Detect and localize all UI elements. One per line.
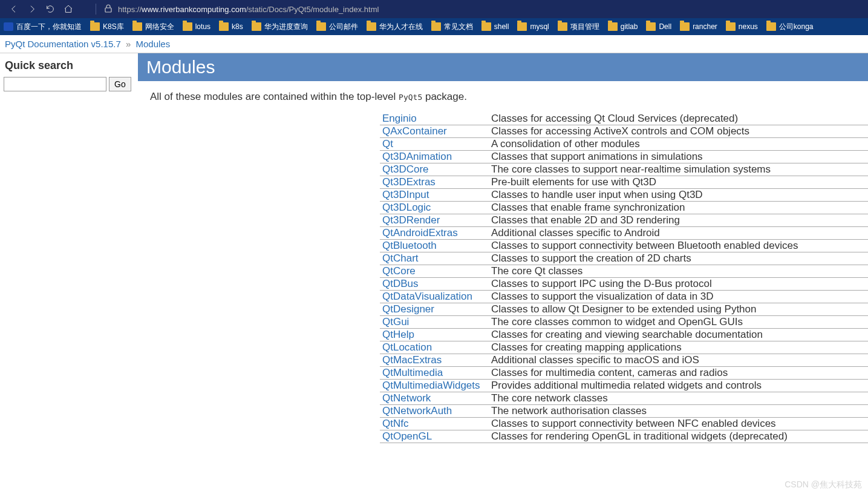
folder-icon <box>252 22 261 31</box>
divider <box>96 4 96 15</box>
module-link[interactable]: QtCore <box>382 265 416 277</box>
bookmark-item[interactable]: 网络安全 <box>132 22 174 32</box>
module-link[interactable]: QtMultimediaWidgets <box>382 380 480 391</box>
module-description: Classes to support the visualization of … <box>489 291 868 303</box>
bookmark-item[interactable]: nexus <box>726 22 758 31</box>
module-link[interactable]: Enginio <box>382 113 417 124</box>
refresh-button[interactable] <box>41 0 59 18</box>
folder-icon <box>90 22 100 31</box>
bookmark-item[interactable]: 华为人才在线 <box>367 22 423 32</box>
bookmark-label: nexus <box>739 22 758 31</box>
module-link[interactable]: Qt3DInput <box>382 189 429 200</box>
module-description: Classes for rendering OpenGL in traditio… <box>489 430 868 443</box>
module-link[interactable]: Qt3DAnimation <box>382 151 452 162</box>
table-row: QtDBusClasses to support IPC using the D… <box>380 278 868 291</box>
table-row: QtOpenGLClasses for rendering OpenGL in … <box>380 430 868 443</box>
module-description: Additional classes specific to Android <box>489 227 868 240</box>
table-row: QtLocationClasses for creating mapping a… <box>380 341 868 354</box>
table-row: QAxContainerClasses for accessing Active… <box>380 125 868 138</box>
module-link[interactable]: QtBluetooth <box>382 240 437 251</box>
module-link[interactable]: Qt <box>382 138 393 150</box>
module-link[interactable]: QtNfc <box>382 418 408 429</box>
bookmark-label: gitlab <box>621 22 638 31</box>
bookmark-label: K8S库 <box>103 22 124 32</box>
table-row: QtMultimediaWidgetsProvides additional m… <box>380 380 868 392</box>
module-description: Classes for accessing Qt Cloud Services … <box>489 113 868 125</box>
bookmark-label: lotus <box>195 22 210 31</box>
module-link[interactable]: QAxContainer <box>382 125 447 137</box>
bookmark-item[interactable]: 百度一下，你就知道 <box>4 22 82 32</box>
module-description: Classes for creating and viewing searcha… <box>489 329 868 341</box>
table-row: QtHelpClasses for creating and viewing s… <box>380 329 868 341</box>
module-link[interactable]: Qt3DLogic <box>382 202 431 213</box>
bookmark-item[interactable]: 项目管理 <box>558 22 599 32</box>
folder-icon <box>766 22 776 31</box>
bookmark-item[interactable]: gitlab <box>608 22 638 31</box>
folder-icon <box>316 22 326 31</box>
module-link[interactable]: QtAndroidExtras <box>382 227 458 239</box>
breadcrumb-root[interactable]: PyQt Documentation v5.15.7 <box>5 39 121 49</box>
module-link[interactable]: QtOpenGL <box>382 430 432 442</box>
breadcrumb-current[interactable]: Modules <box>135 39 170 49</box>
module-link[interactable]: QtGui <box>382 316 409 328</box>
module-link[interactable]: QtChart <box>382 252 419 264</box>
back-button[interactable] <box>5 0 23 18</box>
bookmark-label: 常见文档 <box>444 22 473 32</box>
bookmark-item[interactable]: 常见文档 <box>431 22 473 32</box>
module-link[interactable]: QtHelp <box>382 329 414 340</box>
bookmark-label: mysql <box>530 22 549 31</box>
sidebar: Quick search Go <box>0 53 138 443</box>
bookmark-item[interactable]: K8S库 <box>90 22 124 32</box>
module-description: The core classes to support near-realtim… <box>489 163 868 176</box>
forward-button[interactable] <box>23 0 41 18</box>
module-description: The core network classes <box>489 392 868 405</box>
module-description: Pre-built elements for use with Qt3D <box>489 176 868 189</box>
module-link[interactable]: QtNetwork <box>382 392 431 404</box>
folder-icon <box>608 22 618 31</box>
lock-icon <box>105 4 112 15</box>
quick-search-title: Quick search <box>2 53 135 77</box>
module-link[interactable]: QtDesigner <box>382 303 434 315</box>
home-button[interactable] <box>59 0 77 18</box>
module-link[interactable]: QtMacExtras <box>382 354 442 366</box>
table-row: QtNetworkAuthThe network authorisation c… <box>380 405 868 418</box>
bookmark-item[interactable]: 公司konga <box>766 22 814 32</box>
bookmark-item[interactable]: 华为进度查询 <box>252 22 308 32</box>
module-description: Classes that support animations in simul… <box>489 151 868 163</box>
folder-icon <box>646 22 656 31</box>
bookmark-item[interactable]: 公司邮件 <box>316 22 358 32</box>
bookmark-item[interactable]: shell <box>481 22 509 31</box>
module-description: Classes for multimedia content, cameras … <box>489 367 868 380</box>
bookmark-label: k8s <box>232 22 243 31</box>
bookmark-item[interactable]: k8s <box>219 22 243 31</box>
bookmark-label: 项目管理 <box>570 22 599 32</box>
module-link[interactable]: QtNetworkAuth <box>382 405 452 417</box>
table-row: Qt3DInputClasses to handle user input wh… <box>380 189 868 202</box>
bookmark-item[interactable]: rancher <box>680 22 717 31</box>
module-link[interactable]: QtDBus <box>382 278 419 289</box>
baidu-icon <box>4 22 13 31</box>
module-description: Provides additional multimedia related w… <box>489 380 868 392</box>
go-button[interactable]: Go <box>109 77 131 91</box>
bookmark-label: rancher <box>693 22 717 31</box>
bookmark-item[interactable]: Dell <box>646 22 671 31</box>
bookmark-label: 公司邮件 <box>329 22 358 32</box>
bookmark-label: 华为人才在线 <box>379 22 423 32</box>
module-link[interactable]: QtMultimedia <box>382 367 443 378</box>
module-link[interactable]: Qt3DCore <box>382 163 429 175</box>
module-description: Classes to support the creation of 2D ch… <box>489 252 868 265</box>
page-title: Modules <box>138 53 868 81</box>
url-bar[interactable]: https://www.riverbankcomputing.com/stati… <box>90 2 863 16</box>
table-row: EnginioClasses for accessing Qt Cloud Se… <box>380 113 868 125</box>
bookmark-item[interactable]: mysql <box>517 22 549 31</box>
bookmark-label: Dell <box>659 22 671 31</box>
bookmarks-bar: 百度一下，你就知道K8S库网络安全lotusk8s华为进度查询公司邮件华为人才在… <box>0 18 868 35</box>
module-link[interactable]: QtLocation <box>382 341 432 353</box>
module-link[interactable]: Qt3DExtras <box>382 176 436 188</box>
bookmark-label: 公司konga <box>779 22 814 32</box>
module-link[interactable]: QtDataVisualization <box>382 291 472 302</box>
bookmark-item[interactable]: lotus <box>183 22 210 31</box>
module-link[interactable]: Qt3DRender <box>382 214 440 226</box>
search-input[interactable] <box>4 77 106 91</box>
folder-icon <box>219 22 229 31</box>
